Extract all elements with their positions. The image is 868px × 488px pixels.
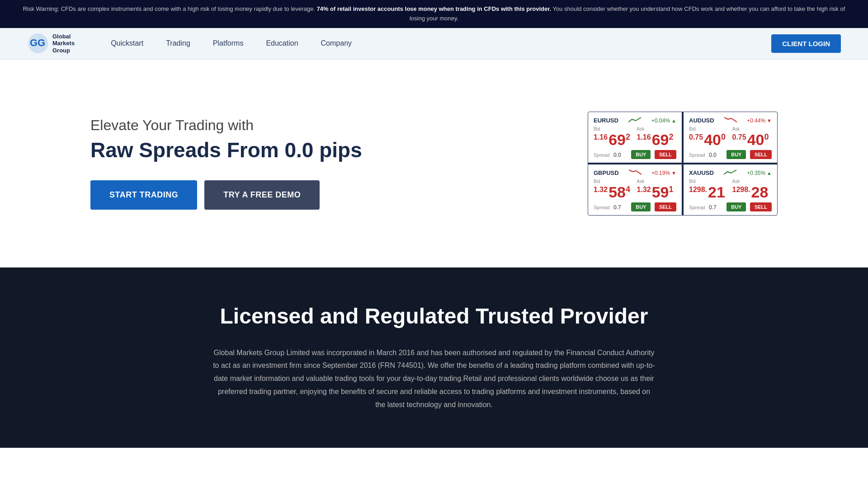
buy-sell-buttons: BUY SELL: [726, 150, 772, 159]
hero-title: Raw Spreads From 0.0 pips: [90, 138, 552, 162]
ask-prefix: 1.32: [637, 186, 651, 193]
ask-prefix: 1298.: [732, 186, 750, 193]
buy-button[interactable]: BUY: [631, 202, 651, 211]
ask-price: 1.32 59 1: [637, 184, 677, 200]
buy-button[interactable]: BUY: [726, 150, 746, 159]
ask-label: Ask: [637, 127, 677, 131]
bid-label: Bid: [689, 179, 729, 184]
navbar: GG GlobalMarketsGroup Quickstart Trading…: [0, 28, 868, 60]
start-trading-button[interactable]: START TRADING: [90, 180, 197, 210]
bid-area: Bid 1.32 58 4: [594, 179, 633, 200]
ask-sup: 2: [669, 133, 673, 141]
free-demo-button[interactable]: TRY A FREE DEMO: [204, 180, 320, 210]
nav-quickstart-link[interactable]: Quickstart: [111, 39, 143, 47]
ask-label: Ask: [732, 127, 772, 131]
bid-ask-row: Bid 1.32 58 4 Ask 1.32 59 1: [594, 179, 676, 200]
panel-symbol: EURUSD: [594, 117, 618, 124]
ask-main: 40: [747, 132, 764, 147]
panel-arrow: ▲: [671, 118, 676, 123]
nav-trading[interactable]: Trading: [166, 39, 190, 47]
ask-prefix: 1.16: [637, 134, 651, 141]
ask-sup: 1: [669, 185, 673, 193]
ask-price: 1298. 28: [732, 184, 772, 200]
bid-area: Bid 1298. 21: [689, 179, 729, 200]
sell-button[interactable]: SELL: [750, 202, 772, 211]
ask-main: 69: [652, 132, 669, 147]
bid-main: 40: [704, 132, 721, 147]
bid-sup: 4: [626, 185, 630, 193]
bid-label: Bid: [689, 127, 729, 131]
spread-label: Spread 0.0: [689, 150, 717, 159]
nav-platforms-link[interactable]: Platforms: [213, 39, 244, 47]
panel-arrow: ▼: [767, 118, 772, 123]
bid-sup: 0: [721, 133, 726, 141]
ask-price: 1.16 69 2: [637, 132, 677, 147]
trading-panel-audusd: AUDUSD +0.44% ▼ Bid 0.75 40 0 Ask 0.75 4…: [684, 112, 777, 163]
panel-symbol: XAUUSD: [689, 169, 714, 176]
bid-price: 1298. 21: [689, 184, 729, 200]
logo-link[interactable]: GG GlobalMarketsGroup: [27, 33, 75, 54]
panel-trend-icon: [724, 117, 737, 125]
risk-banner: Risk Warning: CFDs are complex instrumen…: [0, 0, 868, 28]
bid-main: 58: [609, 184, 626, 200]
panel-header: GBPUSD +0.19% ▼: [594, 169, 676, 177]
panel-change: +0.19% ▼: [651, 170, 676, 176]
svg-text:GG: GG: [30, 37, 45, 48]
trading-panel-xauusd: XAUUSD +0.35% ▲ Bid 1298. 21 Ask 1298. 2…: [684, 164, 777, 215]
ask-prefix: 0.75: [732, 134, 746, 141]
nav-education-link[interactable]: Education: [266, 39, 298, 47]
nav-company-link[interactable]: Company: [321, 39, 352, 47]
nav-quickstart[interactable]: Quickstart: [111, 39, 143, 47]
ask-label: Ask: [732, 179, 772, 184]
nav-education[interactable]: Education: [266, 39, 298, 47]
bid-area: Bid 1.16 69 2: [594, 127, 633, 147]
nav-trading-link[interactable]: Trading: [166, 39, 190, 47]
bid-prefix: 1.16: [594, 134, 608, 141]
ask-area: Ask 1298. 28: [732, 179, 772, 200]
bid-main: 21: [708, 184, 725, 200]
hero-buttons: START TRADING TRY A FREE DEMO: [90, 180, 552, 210]
ask-price: 0.75 40 0: [732, 132, 772, 147]
panel-header: XAUUSD +0.35% ▲: [689, 169, 772, 177]
panel-symbol: GBPUSD: [594, 169, 619, 176]
logo-icon: GG: [27, 33, 49, 54]
bid-ask-row: Bid 0.75 40 0 Ask 0.75 40 0: [689, 127, 772, 147]
sell-button[interactable]: SELL: [655, 202, 676, 211]
buy-button[interactable]: BUY: [726, 202, 746, 211]
bid-price: 1.16 69 2: [594, 132, 633, 147]
risk-text-before: Risk Warning: CFDs are complex instrumen…: [23, 5, 317, 12]
panel-footer: Spread 0.7 BUY SELL: [689, 202, 772, 211]
sell-button[interactable]: SELL: [750, 150, 772, 159]
panel-header: EURUSD +0.04% ▲: [594, 117, 676, 125]
ask-area: Ask 0.75 40 0: [732, 127, 772, 147]
bid-label: Bid: [594, 179, 633, 184]
client-login-button[interactable]: CLIENT LOGIN: [771, 34, 841, 53]
nav-company[interactable]: Company: [321, 39, 352, 47]
bid-prefix: 0.75: [689, 134, 703, 141]
spread-label: Spread 0.7: [594, 203, 621, 211]
bid-prefix: 1.32: [594, 186, 608, 193]
bid-label: Bid: [594, 127, 633, 131]
panel-arrow: ▼: [671, 170, 676, 176]
buy-sell-buttons: BUY SELL: [631, 202, 676, 211]
nav-platforms[interactable]: Platforms: [213, 39, 244, 47]
panel-header: AUDUSD +0.44% ▼: [689, 117, 772, 125]
panel-trend-icon: [724, 169, 736, 177]
panel-footer: Spread 0.0 BUY SELL: [689, 150, 772, 159]
trading-panel-eurusd: EURUSD +0.04% ▲ Bid 1.16 69 2 Ask 1.16 6…: [588, 112, 682, 163]
panel-trend-icon: [628, 117, 641, 125]
buy-sell-buttons: BUY SELL: [726, 202, 772, 211]
buy-button[interactable]: BUY: [631, 150, 651, 159]
bid-area: Bid 0.75 40 0: [689, 127, 729, 147]
sell-button[interactable]: SELL: [655, 150, 676, 159]
bottom-body: Global Markets Group Limited was incorpo…: [212, 347, 656, 412]
bid-price: 0.75 40 0: [689, 132, 729, 147]
trading-panel-gbpusd: GBPUSD +0.19% ▼ Bid 1.32 58 4 Ask 1.32 5…: [588, 164, 682, 215]
bottom-title: Licensed and Regulated Trusted Provider: [90, 304, 778, 328]
nav-links: Quickstart Trading Platforms Education C…: [111, 39, 771, 47]
panel-footer: Spread 0.7 BUY SELL: [594, 202, 676, 211]
ask-area: Ask 1.16 69 2: [637, 127, 677, 147]
panel-footer: Spread 0.0 BUY SELL: [594, 150, 676, 159]
ask-area: Ask 1.32 59 1: [637, 179, 677, 200]
bid-ask-row: Bid 1.16 69 2 Ask 1.16 69 2: [594, 127, 676, 147]
